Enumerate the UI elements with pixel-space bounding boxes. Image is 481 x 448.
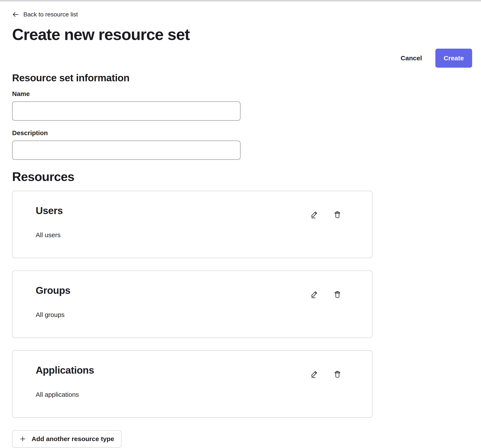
trash-icon[interactable] [333,210,342,219]
edit-icon[interactable] [310,370,319,379]
name-input[interactable] [12,101,240,121]
trash-icon[interactable] [333,290,342,299]
description-input[interactable] [12,141,240,160]
description-label: Description [12,129,472,137]
edit-icon[interactable] [310,210,319,219]
resource-card-description: All applications [36,391,79,398]
form-actions: Cancel Create [12,49,472,68]
main-content: Back to resource list Create new resourc… [0,1,481,448]
add-button-label: Add another resource type [32,435,114,443]
resource-card-title: Groups [36,285,70,296]
resource-card-title: Applications [36,365,94,376]
resource-card-applications: Applications All applications [12,350,372,418]
trash-icon[interactable] [333,370,342,379]
edit-icon[interactable] [310,290,319,299]
resource-card-title: Users [36,205,63,216]
card-actions [310,210,342,219]
resource-card-groups: Groups All groups [12,270,372,338]
resource-set-information-heading: Resource set information [12,72,472,84]
name-label: Name [12,90,472,97]
resource-card-users: Users All users [12,191,372,258]
arrow-left-icon [12,11,19,17]
create-button[interactable]: Create [435,49,472,68]
back-link-label: Back to resource list [23,11,78,18]
card-actions [310,370,342,379]
resources-heading: Resources [12,169,472,184]
add-another-resource-type-button[interactable]: Add another resource type [12,430,121,448]
top-divider-strip [0,0,481,1]
resource-card-description: All users [36,231,60,239]
card-actions [310,290,342,299]
back-to-resource-list-link[interactable]: Back to resource list [12,11,78,18]
cancel-button[interactable]: Cancel [399,52,423,64]
plus-icon [19,436,26,442]
resource-card-description: All groups [36,311,64,319]
page-title: Create new resource set [12,26,472,43]
